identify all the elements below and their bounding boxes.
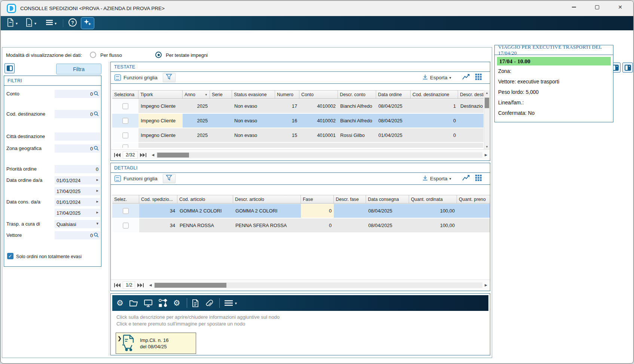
vettore-field[interactable]: 0: [55, 231, 100, 239]
column-header[interactable]: Data ordine: [376, 91, 411, 98]
column-header[interactable]: Serie: [210, 91, 232, 98]
row-checkbox[interactable]: [122, 132, 128, 138]
column-header[interactable]: Descr. articolo: [233, 195, 301, 203]
row-checkbox[interactable]: [122, 118, 128, 124]
data-ordine-from-value: 01/01/2024: [57, 178, 80, 183]
horizontal-scrollbar[interactable]: [156, 152, 482, 158]
toggle-side-panel-button[interactable]: [622, 62, 633, 73]
folder-icon[interactable]: [129, 299, 138, 307]
table-row-selected[interactable]: Impegno Cliente 2025 Non evaso 16 401000…: [112, 114, 484, 128]
minimize-button[interactable]: [565, 1, 582, 13]
row-checkbox[interactable]: [123, 208, 129, 214]
scroll-right-button[interactable]: ▶: [485, 153, 487, 157]
column-header[interactable]: Cod. spedizio...: [139, 195, 177, 203]
panel-splitter[interactable]: [109, 62, 109, 355]
vertical-scrollbar[interactable]: ▲ ▼: [484, 90, 490, 149]
table-row-partial[interactable]: [112, 143, 483, 148]
column-header[interactable]: Descr. destina: [458, 91, 484, 98]
priorita-ordine-field[interactable]: 0: [55, 165, 100, 173]
flow-nodes-icon[interactable]: [158, 299, 168, 308]
first-page-button[interactable]: [114, 153, 121, 157]
collapse-filter-panel-button[interactable]: [4, 63, 15, 73]
scrollbar-thumb[interactable]: [157, 153, 189, 157]
flow-node[interactable]: ❯ Imp.Cli. n. 16 del 08/04/25: [116, 333, 196, 354]
document-icon[interactable]: [192, 299, 199, 308]
paperclip-icon[interactable]: [205, 299, 213, 308]
monitor-icon[interactable]: [144, 299, 153, 307]
column-header[interactable]: Descr. conto: [338, 91, 376, 98]
grid-view-button[interactable]: [475, 175, 482, 183]
column-header[interactable]: Cod. articolo: [177, 195, 233, 203]
viaggio-time-slot[interactable]: 17/04 - 10.00: [497, 57, 611, 65]
row-checkbox[interactable]: [122, 103, 128, 109]
radio-per-testate-impegni[interactable]: [155, 52, 162, 58]
column-header[interactable]: Cod. destinazione: [411, 91, 458, 98]
column-header[interactable]: Fase: [301, 195, 334, 203]
scroll-left-button[interactable]: ◀: [152, 153, 154, 157]
scroll-right-button[interactable]: ▶: [485, 283, 487, 287]
export-button[interactable]: Esporta ▾: [422, 175, 451, 182]
panel-left-icon: [7, 65, 13, 71]
column-header[interactable]: Numero: [275, 91, 299, 98]
column-header[interactable]: Data consegna: [366, 195, 409, 203]
maximize-button[interactable]: [588, 1, 606, 13]
column-header[interactable]: Anno ▾: [183, 91, 210, 98]
chart-view-button[interactable]: [462, 174, 471, 183]
scroll-up-button[interactable]: ▲: [484, 90, 490, 95]
radio-per-flusso[interactable]: [90, 52, 96, 58]
row-checkbox[interactable]: [123, 223, 129, 229]
data-cons-to-field[interactable]: 17/04/2025 ▸: [55, 209, 100, 217]
last-page-button[interactable]: [137, 283, 144, 287]
table-row[interactable]: 34 PENNA ROSSA PENNA SFERA ROSSA 0 08/04…: [112, 218, 490, 233]
first-page-button[interactable]: [114, 283, 121, 287]
grid-functions-button[interactable]: Funzioni griglia: [115, 74, 158, 81]
help-button[interactable]: ?: [66, 18, 79, 29]
solo-ordini-checkbox[interactable]: ✓: [7, 253, 13, 259]
column-header[interactable]: Tipork: [138, 91, 183, 98]
citta-destinazione-field[interactable]: [55, 132, 100, 141]
last-page-button[interactable]: [140, 153, 146, 157]
trasp-dropdown[interactable]: Qualsiasi ▾: [55, 220, 100, 228]
ai-assistant-button[interactable]: [81, 17, 94, 29]
column-header[interactable]: Status evasione: [232, 91, 275, 98]
conto-field[interactable]: 0: [55, 90, 100, 98]
priorita-ordine-label: Priorità ordine: [6, 166, 37, 172]
row-checkbox[interactable]: [122, 144, 128, 148]
export-button[interactable]: Esporta ▾: [422, 74, 451, 81]
scrollbar-thumb[interactable]: [485, 98, 489, 108]
gear-icon[interactable]: ⚙: [173, 299, 180, 307]
column-header[interactable]: Selez.: [112, 195, 139, 203]
testate-toolbar: Funzioni griglia Esporta ▾: [111, 72, 490, 84]
data-cons-from-field[interactable]: 01/01/2024 ▸: [55, 198, 100, 206]
zona-geografica-field[interactable]: 0: [55, 144, 100, 153]
cod-destinazione-field[interactable]: 0: [55, 110, 100, 118]
filter-funnel-button[interactable]: [163, 73, 176, 82]
hamburger-menu-icon[interactable]: [224, 300, 233, 306]
data-ordine-from-field[interactable]: 01/01/2024 ▸: [55, 176, 100, 184]
data-ordine-to-field[interactable]: 17/04/2025 ▸: [55, 187, 100, 195]
table-row[interactable]: Impegno Cliente 2025 Non evaso 15 401000…: [112, 128, 484, 143]
scroll-left-button[interactable]: ◀: [149, 283, 152, 287]
grid-functions-button[interactable]: Funzioni griglia: [115, 175, 158, 182]
new-document-button[interactable]: ▾: [4, 18, 19, 29]
column-header[interactable]: Quant. preno: [457, 195, 490, 203]
filter-funnel-button[interactable]: [163, 174, 176, 183]
open-document-button[interactable]: ▾: [23, 18, 38, 29]
horizontal-scrollbar[interactable]: [154, 282, 482, 288]
column-header[interactable]: Descr. fase: [334, 195, 366, 203]
scrollbar-thumb[interactable]: [155, 283, 226, 288]
grid-view-button[interactable]: [475, 74, 482, 82]
column-header[interactable]: Quant. ordinata: [409, 195, 457, 203]
sort-caret-icon[interactable]: ▾: [205, 93, 208, 97]
filter-apply-button[interactable]: Filtra: [56, 64, 101, 74]
chart-view-button[interactable]: [462, 73, 471, 82]
column-header[interactable]: Conto: [299, 91, 338, 98]
column-header[interactable]: Seleziona: [112, 91, 138, 98]
gear-icon[interactable]: ⚙: [116, 299, 124, 307]
close-button[interactable]: ✕: [612, 1, 629, 13]
scroll-down-button[interactable]: ▼: [484, 144, 490, 149]
menu-button[interactable]: ▾: [43, 18, 58, 29]
table-row-selected[interactable]: 34 GOMMA 2 COLORI GOMMA 2 COLORI 0 08/04…: [112, 204, 490, 218]
minimize-icon: [572, 7, 576, 7]
table-row[interactable]: Impegno Cliente 2025 Non evaso 17 401000…: [112, 99, 484, 114]
